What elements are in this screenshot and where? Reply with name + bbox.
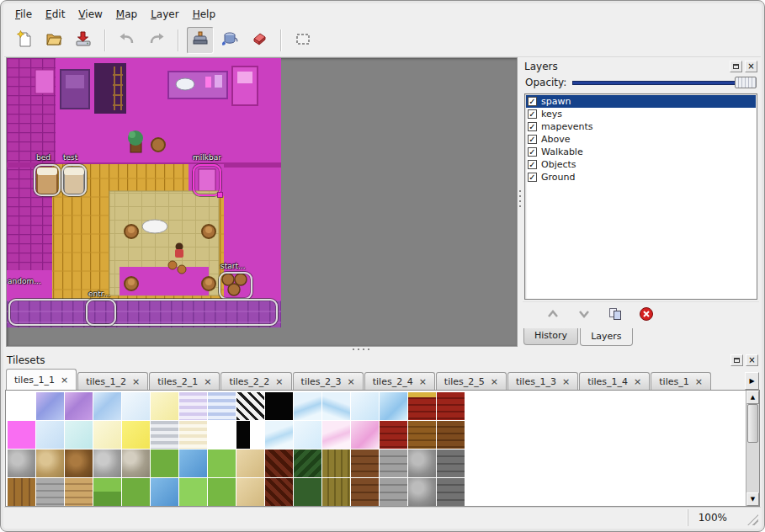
open-map-button[interactable]	[40, 27, 67, 54]
tileset-tile[interactable]	[122, 478, 150, 506]
tileset-tab-tiles_1_2[interactable]: tiles_1_2×	[77, 372, 148, 390]
float-panel-button[interactable]	[730, 61, 742, 72]
close-tab-icon[interactable]: ×	[204, 377, 211, 386]
layer-visibility-checkbox[interactable]: ✓	[528, 173, 537, 182]
menu-edit[interactable]: Edit	[40, 6, 71, 23]
undo-button[interactable]	[114, 27, 141, 54]
tileset-tile[interactable]	[265, 392, 293, 420]
raise-layer-button[interactable]	[543, 306, 563, 326]
layer-visibility-checkbox[interactable]: ✓	[528, 109, 537, 119]
resize-grip[interactable]	[747, 514, 758, 525]
tileset-tile[interactable]	[437, 450, 465, 477]
tileset-tab-tiles_2_4[interactable]: tiles_2_4×	[364, 372, 435, 390]
tileset-tile[interactable]	[208, 450, 236, 477]
redo-button[interactable]	[143, 27, 170, 54]
tileset-tile[interactable]	[408, 421, 436, 449]
tileset-tile[interactable]	[208, 478, 236, 506]
menu-file[interactable]: File	[9, 6, 38, 23]
tileset-tile[interactable]	[208, 392, 236, 420]
tileset-tile[interactable]	[408, 478, 436, 506]
tileset-tab-tiles_2_2[interactable]: tiles_2_2×	[220, 372, 291, 390]
layer-row[interactable]: ✓Above	[526, 133, 756, 146]
tileset-tile[interactable]	[236, 450, 264, 477]
tileset-tile[interactable]	[8, 392, 35, 420]
menu-layer[interactable]: Layer	[145, 6, 184, 23]
scrollbar-track[interactable]	[746, 404, 759, 492]
tileset-tile[interactable]	[179, 392, 207, 420]
layer-visibility-checkbox[interactable]: ✓	[528, 97, 537, 106]
tileset-tile[interactable]	[151, 392, 178, 420]
tileset-tile[interactable]	[65, 421, 93, 449]
tileset-tile[interactable]	[380, 392, 407, 420]
map-object-entr[interactable]	[86, 299, 116, 326]
tileset-tile[interactable]	[65, 478, 93, 506]
close-tab-icon[interactable]: ×	[695, 377, 703, 386]
tileset-tile[interactable]	[322, 478, 350, 506]
tileset-tile[interactable]	[8, 478, 35, 506]
tileset-tile[interactable]	[8, 450, 35, 477]
tileset-tile[interactable]	[36, 478, 64, 506]
layer-visibility-checkbox[interactable]: ✓	[528, 122, 537, 131]
tileset-tile[interactable]	[93, 450, 121, 477]
tileset-tile[interactable]	[65, 450, 93, 477]
tileset-tile[interactable]	[122, 421, 150, 449]
tileset-tile[interactable]	[294, 392, 321, 420]
menu-map[interactable]: Map	[110, 6, 143, 23]
lower-layer-button[interactable]	[574, 306, 594, 326]
tileset-tile[interactable]	[236, 421, 264, 449]
map-object-test[interactable]	[61, 164, 87, 196]
map-object-start[interactable]	[219, 272, 252, 300]
tileset-tile[interactable]	[437, 421, 465, 449]
tileset-tile[interactable]	[380, 478, 407, 506]
scroll-up-button[interactable]: ▲	[746, 391, 759, 404]
tileset-tile[interactable]	[179, 478, 207, 506]
save-map-button[interactable]	[70, 27, 97, 54]
tileset-tile[interactable]	[380, 421, 407, 449]
map-object-andom[interactable]	[8, 299, 278, 326]
tileset-tab-tiles_2_1[interactable]: tiles_2_1×	[149, 372, 220, 390]
tileset-tile[interactable]	[8, 421, 35, 449]
tileset-tile[interactable]	[65, 392, 93, 420]
tileset-tile[interactable]	[294, 450, 321, 477]
close-tab-icon[interactable]: ×	[275, 377, 283, 386]
tileset-tab-tiles_2_5[interactable]: tiles_2_5×	[436, 372, 507, 390]
layer-row[interactable]: ✓Walkable	[526, 146, 756, 158]
bucket-fill-button[interactable]	[216, 27, 243, 54]
tileset-tile[interactable]	[351, 392, 379, 420]
map-view[interactable]: bedtestmilkbarstart...andom...entr...	[6, 57, 518, 347]
layer-row[interactable]: ✓spawn	[526, 95, 756, 108]
tileset-tab-tiles_1[interactable]: tiles_1×	[651, 372, 711, 390]
tileset-tile[interactable]	[265, 450, 293, 477]
tileset-tile[interactable]	[36, 392, 64, 420]
horizontal-splitter[interactable]	[4, 347, 761, 353]
tileset-tile[interactable]	[36, 421, 64, 449]
tileset-tile[interactable]	[322, 392, 350, 420]
dock-tab-history[interactable]: History	[523, 328, 578, 345]
tileset-tile[interactable]	[151, 421, 178, 449]
tileset-scrollbar[interactable]: ▲ ▼	[746, 391, 759, 506]
tileset-tile[interactable]	[437, 478, 465, 506]
tileset-tile[interactable]	[236, 478, 264, 506]
menu-help[interactable]: Help	[187, 6, 221, 23]
tileset-tile[interactable]	[351, 421, 379, 449]
close-tab-icon[interactable]: ×	[61, 375, 68, 385]
delete-layer-button[interactable]	[636, 306, 656, 326]
tileset-tile[interactable]	[36, 450, 64, 477]
tileset-tile[interactable]	[265, 478, 293, 506]
duplicate-layer-button[interactable]	[605, 306, 625, 326]
tileset-tile[interactable]	[322, 450, 350, 477]
opacity-slider[interactable]	[572, 76, 757, 89]
layer-visibility-checkbox[interactable]: ✓	[528, 147, 537, 157]
tileset-tile[interactable]	[408, 450, 436, 477]
new-map-button[interactable]	[11, 27, 38, 54]
tileset-tile[interactable]	[208, 421, 236, 449]
tileset-tile[interactable]	[322, 421, 350, 449]
close-tab-icon[interactable]: ×	[132, 377, 140, 386]
tileset-tile[interactable]	[122, 450, 150, 477]
vertical-splitter[interactable]	[518, 57, 523, 347]
tileset-tile[interactable]	[151, 450, 178, 477]
tileset-tab-tiles_1_3[interactable]: tiles_1_3×	[507, 372, 578, 390]
stamp-brush-button[interactable]	[187, 27, 214, 54]
close-tab-icon[interactable]: ×	[419, 377, 427, 386]
close-tab-icon[interactable]: ×	[562, 377, 570, 386]
